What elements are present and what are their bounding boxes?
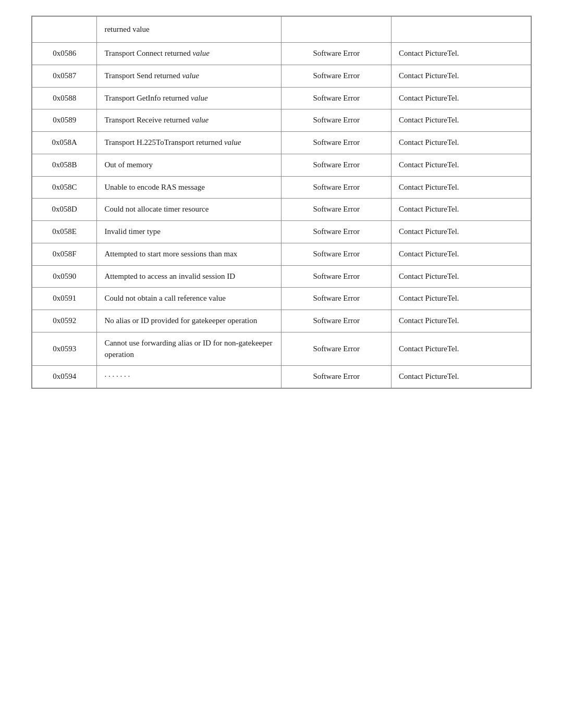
error-code: 0x0593 <box>32 332 97 366</box>
error-type: Software Error <box>282 332 391 366</box>
error-code: 0x058D <box>32 199 97 221</box>
error-action: Contact PictureTel. <box>391 154 531 176</box>
error-code: 0x0587 <box>32 65 97 87</box>
table-row: 0x0588Transport GetInfo returned valueSo… <box>32 87 531 109</box>
error-type: Software Error <box>282 310 391 332</box>
table-row: 0x0591Could not obtain a call reference … <box>32 288 531 310</box>
table-row: 0x058FAttempted to start more sessions t… <box>32 243 531 265</box>
error-action: Contact PictureTel. <box>391 109 531 132</box>
error-code: 0x0594 <box>32 366 97 388</box>
error-code: 0x058E <box>32 221 97 243</box>
error-description: Cannot use forwarding alias or ID for no… <box>97 332 282 366</box>
error-code: 0x0586 <box>32 43 97 65</box>
error-action: Contact PictureTel. <box>391 265 531 288</box>
error-description: Unable to encode RAS message <box>97 176 282 199</box>
error-description: Invalid timer type <box>97 221 282 243</box>
table-row: 0x0593Cannot use forwarding alias or ID … <box>32 332 531 366</box>
table-row: 0x058CUnable to encode RAS messageSoftwa… <box>32 176 531 199</box>
error-action: Contact PictureTel. <box>391 332 531 366</box>
error-action: Contact PictureTel. <box>391 199 531 221</box>
error-description: No alias or ID provided for gatekeeper o… <box>97 310 282 332</box>
error-action: Contact PictureTel. <box>391 43 531 65</box>
error-action: Contact PictureTel. <box>391 243 531 265</box>
error-code: 0x0590 <box>32 265 97 288</box>
error-type: Software Error <box>282 265 391 288</box>
table-row: 0x0590Attempted to access an invalid ses… <box>32 265 531 288</box>
error-action <box>391 17 531 43</box>
error-action: Contact PictureTel. <box>391 310 531 332</box>
error-code <box>32 17 97 43</box>
error-description: Attempted to start more sessions than ma… <box>97 243 282 265</box>
table-row: 0x0592No alias or ID provided for gateke… <box>32 310 531 332</box>
error-description: returned value <box>97 17 282 43</box>
error-code: 0x0589 <box>32 109 97 132</box>
error-table: returned value0x0586Transport Connect re… <box>32 16 531 388</box>
error-code: 0x0588 <box>32 87 97 109</box>
error-type: Software Error <box>282 154 391 176</box>
error-table-container: returned value0x0586Transport Connect re… <box>31 16 532 389</box>
error-description: Transport Connect returned value <box>97 43 282 65</box>
table-row: 0x058BOut of memorySoftware ErrorContact… <box>32 154 531 176</box>
error-type: Software Error <box>282 288 391 310</box>
error-type: Software Error <box>282 87 391 109</box>
error-action: Contact PictureTel. <box>391 176 531 199</box>
error-description: Transport Receive returned value <box>97 109 282 132</box>
error-type: Software Error <box>282 43 391 65</box>
error-code: 0x058F <box>32 243 97 265</box>
error-type: Software Error <box>282 109 391 132</box>
error-type: Software Error <box>282 243 391 265</box>
error-action: Contact PictureTel. <box>391 87 531 109</box>
table-row: 0x0586Transport Connect returned valueSo… <box>32 43 531 65</box>
error-type: Software Error <box>282 366 391 388</box>
table-row: 0x058DCould not allocate timer resourceS… <box>32 199 531 221</box>
error-description: Could not obtain a call reference value <box>97 288 282 310</box>
error-type <box>282 17 391 43</box>
error-type: Software Error <box>282 65 391 87</box>
table-row: 0x058ATransport H.225ToTransport returne… <box>32 132 531 154</box>
error-type: Software Error <box>282 221 391 243</box>
error-type: Software Error <box>282 199 391 221</box>
error-description: · · · · · · · <box>97 366 282 388</box>
error-code: 0x058A <box>32 132 97 154</box>
error-action: Contact PictureTel. <box>391 65 531 87</box>
table-row: 0x058EInvalid timer typeSoftware ErrorCo… <box>32 221 531 243</box>
error-action: Contact PictureTel. <box>391 288 531 310</box>
error-action: Contact PictureTel. <box>391 366 531 388</box>
error-action: Contact PictureTel. <box>391 132 531 154</box>
error-code: 0x058C <box>32 176 97 199</box>
error-description: Transport GetInfo returned value <box>97 87 282 109</box>
error-description: Out of memory <box>97 154 282 176</box>
table-row: 0x0589Transport Receive returned valueSo… <box>32 109 531 132</box>
error-type: Software Error <box>282 176 391 199</box>
error-action: Contact PictureTel. <box>391 221 531 243</box>
error-description: Transport Send returned value <box>97 65 282 87</box>
error-code: 0x0591 <box>32 288 97 310</box>
error-code: 0x0592 <box>32 310 97 332</box>
table-row: 0x0587Transport Send returned valueSoftw… <box>32 65 531 87</box>
error-description: Transport H.225ToTransport returned valu… <box>97 132 282 154</box>
table-row: returned value <box>32 17 531 43</box>
error-type: Software Error <box>282 132 391 154</box>
table-row: 0x0594· · · · · · ·Software ErrorContact… <box>32 366 531 388</box>
error-description: Could not allocate timer resource <box>97 199 282 221</box>
error-code: 0x058B <box>32 154 97 176</box>
error-description: Attempted to access an invalid session I… <box>97 265 282 288</box>
